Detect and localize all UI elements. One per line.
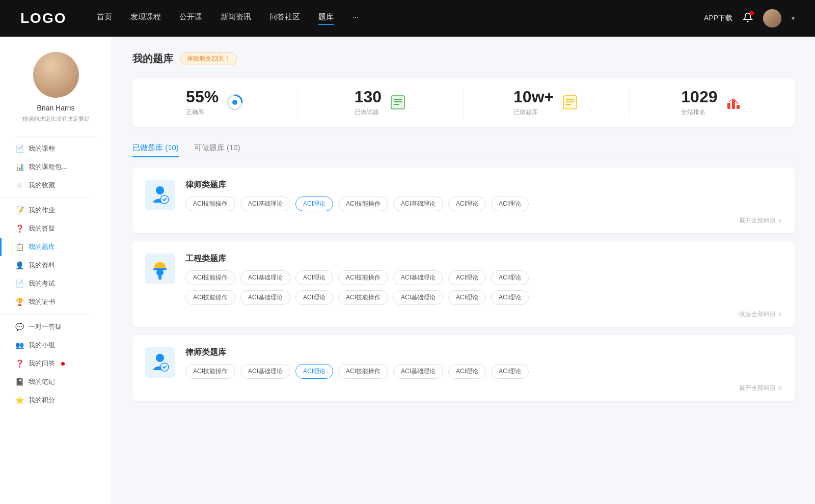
nav-item-qa[interactable]: 问答社区	[269, 12, 300, 25]
stat-accuracy: 55% 正确率	[132, 88, 298, 117]
certificate-icon: 🏆	[15, 298, 23, 306]
tag-1-12[interactable]: ACI理论	[448, 290, 486, 305]
sidebar-item-exam[interactable]: 📄 我的考试	[0, 274, 112, 293]
expand-btn-2[interactable]: 展开全部科目 ∨	[185, 384, 782, 393]
tag-1-5[interactable]: ACI理论	[448, 270, 486, 285]
tag-1-7[interactable]: ACI技能操作	[185, 290, 235, 305]
bank-icon: 📋	[15, 243, 23, 251]
tab-bar: 已做题库 (10) 可做题库 (10)	[132, 139, 795, 157]
tag-1-9[interactable]: ACI理论	[295, 290, 333, 305]
tag-1-6[interactable]: ACI理论	[491, 270, 529, 285]
bank-title-0: 律师类题库	[185, 180, 782, 190]
sidebar-label-exam: 我的考试	[29, 279, 55, 288]
app-download-button[interactable]: APP下载	[704, 14, 732, 23]
stat-ranking: 1029 全站排名	[630, 88, 795, 117]
tag-0-2[interactable]: ACI理论	[295, 197, 333, 211]
nav-item-bank[interactable]: 题库	[318, 12, 334, 25]
tags-row-1a: ACI技能操作 ACI基础理论 ACI理论 ACI技能操作 ACI基础理论 AC…	[185, 270, 782, 285]
tag-1-8[interactable]: ACI基础理论	[240, 290, 290, 305]
tab-done[interactable]: 已做题库 (10)	[132, 139, 179, 157]
tag-2-3[interactable]: ACI技能操作	[338, 364, 388, 379]
done-banks-icon	[561, 93, 579, 111]
nav-item-news[interactable]: 新闻资讯	[221, 12, 251, 25]
bank-icon-lawyer-2	[145, 347, 175, 378]
tab-available[interactable]: 可做题库 (10)	[194, 139, 240, 157]
tag-0-6[interactable]: ACI理论	[491, 197, 529, 211]
tag-1-1[interactable]: ACI基础理论	[240, 270, 290, 285]
bank-section-1: 工程类题库 ACI技能操作 ACI基础理论 ACI理论 ACI技能操作 ACI基…	[132, 241, 795, 327]
avatar-image	[763, 9, 781, 27]
tag-1-0[interactable]: ACI技能操作	[185, 270, 235, 285]
expand-btn-0[interactable]: 展开全部科目 ∨	[185, 216, 782, 225]
ranking-value: 1029	[681, 88, 717, 106]
tag-0-4[interactable]: ACI基础理论	[393, 197, 443, 211]
sidebar-item-homework[interactable]: 📝 我的作业	[0, 201, 112, 219]
sidebar-label-certificate: 我的证书	[29, 297, 55, 306]
sidebar-divider-top	[11, 136, 100, 136]
bank-title-2: 律师类题库	[185, 347, 782, 358]
nav-item-home[interactable]: 首页	[97, 12, 112, 25]
sidebar-item-points[interactable]: ⭐ 我的积分	[0, 391, 112, 409]
tag-1-10[interactable]: ACI技能操作	[338, 290, 388, 305]
tag-2-1[interactable]: ACI基础理论	[240, 364, 290, 379]
svg-point-1	[232, 100, 237, 105]
tag-0-3[interactable]: ACI技能操作	[338, 197, 388, 211]
nav-item-more[interactable]: ···	[352, 12, 359, 25]
tag-2-4[interactable]: ACI基础理论	[393, 364, 443, 379]
sidebar-item-qa[interactable]: ❓ 我的答疑	[0, 219, 112, 238]
sidebar-menu: 📄 我的课程 📊 我的课程包... ☆ 我的收藏 📝 我的作业 ❓ 我的答疑 �	[0, 139, 112, 409]
expand-btn-1[interactable]: 收起全部科目 ∧	[185, 310, 782, 319]
nav-menu: 首页 发现课程 公开课 新闻资讯 问答社区 题库 ···	[97, 12, 704, 25]
tag-2-5[interactable]: ACI理论	[448, 364, 486, 379]
my-qa-icon: ❓	[15, 359, 23, 368]
done-questions-value: 130	[355, 88, 382, 106]
tag-2-2[interactable]: ACI理论	[295, 364, 333, 379]
logo: LOGO	[20, 10, 66, 26]
svg-rect-12	[737, 105, 740, 109]
tags-row-0: ACI技能操作 ACI基础理论 ACI理论 ACI技能操作 ACI基础理论 AC…	[185, 197, 782, 211]
sidebar-item-my-courses[interactable]: 📄 我的课程	[0, 139, 112, 158]
svg-rect-17	[158, 274, 161, 279]
accuracy-value: 55%	[186, 88, 219, 106]
sidebar-label-points: 我的积分	[29, 396, 55, 405]
done-banks-label: 已做题库	[513, 108, 554, 117]
tag-0-0[interactable]: ACI技能操作	[185, 197, 235, 211]
sidebar-item-favorites[interactable]: ☆ 我的收藏	[0, 176, 112, 194]
ranking-label: 全站排名	[681, 108, 717, 117]
tag-0-1[interactable]: ACI基础理论	[240, 197, 290, 211]
tag-1-11[interactable]: ACI基础理论	[393, 290, 443, 305]
sidebar-divider-2	[0, 314, 89, 315]
sidebar-label-notes: 我的笔记	[29, 377, 55, 386]
tag-1-3[interactable]: ACI技能操作	[338, 270, 388, 285]
sidebar-item-bank[interactable]: 📋 我的题库	[0, 238, 112, 256]
user-avatar[interactable]	[33, 52, 79, 98]
tag-1-2[interactable]: ACI理论	[295, 270, 333, 285]
sidebar: Brian Harris 错误的决定比没有决定要好 📄 我的课程 📊 我的课程包…	[0, 37, 112, 504]
notification-bell[interactable]	[743, 12, 753, 24]
sidebar-item-notes[interactable]: 📓 我的笔记	[0, 373, 112, 391]
bank-title-1: 工程类题库	[185, 254, 782, 264]
nav-item-open[interactable]: 公开课	[179, 12, 202, 25]
sidebar-label-course-package: 我的课程包...	[29, 162, 67, 172]
sidebar-label-bank: 我的题库	[29, 242, 55, 251]
avatar-chevron-icon[interactable]: ▾	[792, 15, 795, 22]
tag-1-13[interactable]: ACI理论	[491, 290, 529, 305]
sidebar-item-certificate[interactable]: 🏆 我的证书	[0, 293, 112, 311]
sidebar-label-my-qa: 我的问答	[29, 359, 55, 368]
sidebar-item-my-qa[interactable]: ❓ 我的问答	[0, 354, 112, 373]
sidebar-item-profile[interactable]: 👤 我的资料	[0, 256, 112, 274]
tag-0-5[interactable]: ACI理论	[448, 197, 486, 211]
sidebar-item-group[interactable]: 👥 我的小组	[0, 336, 112, 354]
tag-2-6[interactable]: ACI理论	[491, 364, 529, 379]
svg-rect-10	[727, 103, 730, 109]
nav-item-discover[interactable]: 发现课程	[130, 12, 161, 25]
bank-icon-engineer	[145, 254, 175, 284]
sidebar-item-course-package[interactable]: 📊 我的课程包...	[0, 158, 112, 176]
page-body: Brian Harris 错误的决定比没有决定要好 📄 我的课程 📊 我的课程包…	[0, 37, 815, 504]
avatar[interactable]	[763, 9, 781, 27]
tag-2-0[interactable]: ACI技能操作	[185, 364, 235, 379]
sidebar-item-one-on-one[interactable]: 💬 一对一答疑	[0, 318, 112, 336]
tag-1-4[interactable]: ACI基础理论	[393, 270, 443, 285]
bank-section-2: 律师类题库 ACI技能操作 ACI基础理论 ACI理论 ACI技能操作 ACI基…	[132, 335, 795, 401]
bank-icon-lawyer-0	[145, 180, 175, 210]
